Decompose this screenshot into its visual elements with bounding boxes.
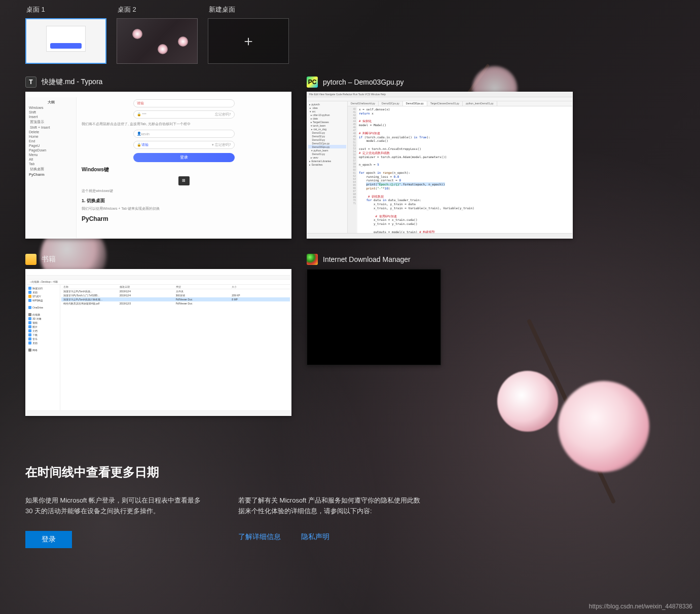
pycharm-icon: PC bbox=[307, 76, 318, 88]
source-url: https://blog.csdn.net/weixin_44878336 bbox=[589, 603, 692, 610]
pycharm-code-editor: x = self.dense(x) return x # 实例化 model =… bbox=[358, 106, 571, 233]
login-button[interactable]: 登录 bbox=[25, 531, 72, 548]
explorer-titlebar bbox=[26, 270, 291, 276]
explorer-ribbon bbox=[26, 276, 291, 280]
window-explorer-title: 书籍 bbox=[42, 255, 56, 264]
idm-icon bbox=[307, 254, 318, 265]
typora-outline: 大纲 Windows Shift Insert 置顶显示 Shift + Ins… bbox=[26, 97, 77, 238]
timeline-text-1: 如果你使用 Microsoft 帐户登录，则可以在日程表中查看最多 30 天的活… bbox=[25, 495, 208, 517]
timeline-text-2: 若要了解有关 Microsoft 产品和服务如何遵守你的隐私使用此数据来个性化体… bbox=[238, 495, 421, 517]
desktop-2-thumbnail[interactable] bbox=[117, 18, 198, 64]
new-desktop[interactable]: 新建桌面 ＋ bbox=[208, 5, 289, 64]
window-typora-title: 快捷键.md - Typora bbox=[42, 78, 102, 87]
window-pycharm-thumbnail[interactable]: File Edit View Navigate Code Refactor Ru… bbox=[307, 92, 573, 239]
window-pycharm-title: pytorch – Demo03Gpu.py bbox=[323, 78, 404, 86]
explorer-address: › 此电脑 › Desktop › 书籍 bbox=[26, 280, 291, 285]
learn-more-link[interactable]: 了解详细信息 bbox=[238, 531, 281, 542]
window-idm[interactable]: Internet Download Manager bbox=[307, 254, 441, 416]
window-idm-title: Internet Download Manager bbox=[323, 255, 411, 263]
pycharm-toolbar bbox=[307, 97, 572, 101]
explorer-file-list: 名称 修改日期 类型 大小 深度学习之PyTorch实战...2019/12/4… bbox=[61, 285, 290, 410]
pycharm-gutter: 4041424344454647484950515253545556575859… bbox=[348, 106, 357, 233]
privacy-link[interactable]: 隐私声明 bbox=[301, 531, 329, 542]
explorer-statusbar bbox=[26, 410, 291, 415]
pycharm-statusbar bbox=[307, 233, 572, 238]
folder-icon bbox=[25, 254, 36, 265]
desktop-1-label: 桌面 1 bbox=[25, 5, 106, 14]
timeline-title: 在时间线中查看更多日期 bbox=[25, 464, 675, 480]
window-typora-thumbnail[interactable]: 大纲 Windows Shift Insert 置顶显示 Shift + Ins… bbox=[25, 92, 291, 239]
typora-editor: 请输 🔒 ***忘记密码? 我们将不必用鼠标点击这些了, 直接用Tab, 光标会… bbox=[82, 96, 286, 234]
new-desktop-label: 新建桌面 bbox=[208, 5, 289, 14]
desktop-2-label: 桌面 2 bbox=[117, 5, 198, 14]
window-idm-thumbnail[interactable] bbox=[307, 269, 441, 365]
virtual-desktops-bar: 桌面 1 桌面 2 新建桌面 ＋ bbox=[0, 0, 700, 64]
window-explorer[interactable]: 书籍 › 此电脑 › Desktop › 书籍 快速访问 桌面 STUDY WP… bbox=[25, 254, 291, 416]
explorer-nav-pane: 快速访问 桌面 STUDY WPS网盘 OneDrive 此电脑 3D 对象 视… bbox=[26, 285, 60, 410]
pycharm-project-tree: ▸ pytorch ▸ .idea ▾ src ▸ cifar-10-pytho… bbox=[307, 101, 348, 233]
pycharm-editor-tabs: Demo01helloworld.py Demo02Cpu.py Demo03G… bbox=[348, 101, 572, 106]
new-desktop-button[interactable]: ＋ bbox=[208, 18, 289, 64]
typora-icon: T bbox=[25, 76, 36, 88]
task-view-windows: T 快捷键.md - Typora 大纲 Windows Shift Inser… bbox=[0, 64, 700, 416]
desktop-1-thumbnail[interactable] bbox=[25, 18, 106, 64]
plus-icon: ＋ bbox=[241, 31, 255, 51]
desktop-2[interactable]: 桌面 2 bbox=[117, 5, 198, 64]
window-pycharm[interactable]: PC pytorch – Demo03Gpu.py File Edit View… bbox=[307, 76, 573, 239]
pycharm-menubar: File Edit View Navigate Code Refactor Ru… bbox=[307, 92, 572, 97]
timeline-promo: 在时间线中查看更多日期 如果你使用 Microsoft 帐户登录，则可以在日程表… bbox=[25, 464, 675, 548]
window-typora[interactable]: T 快捷键.md - Typora 大纲 Windows Shift Inser… bbox=[25, 76, 291, 239]
window-explorer-thumbnail[interactable]: › 此电脑 › Desktop › 书籍 快速访问 桌面 STUDY WPS网盘… bbox=[25, 269, 291, 416]
desktop-1[interactable]: 桌面 1 bbox=[25, 5, 106, 64]
